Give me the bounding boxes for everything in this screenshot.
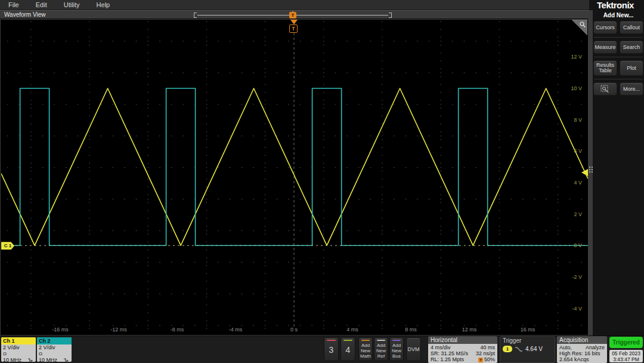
channel-4-color-bar — [343, 340, 352, 341]
trigger-level-value: 4.64 V — [525, 346, 543, 352]
overview-trigger-marker[interactable]: T — [289, 12, 296, 19]
time-axis-label: 8 ms — [405, 327, 417, 333]
add-new-ref-button[interactable]: Add New Ref — [374, 337, 388, 361]
area-zoom-button[interactable] — [593, 82, 617, 96]
waveform-view-title: Waveform View — [4, 11, 45, 18]
status-bar: Ch 1 2 V/div Ω 10 MHz Ch 2 2 V/div Ω 10 … — [0, 336, 644, 363]
falling-edge-icon — [515, 346, 523, 352]
bandwidth-limit-icon — [28, 358, 33, 362]
time-axis-label: -12 ms — [110, 327, 127, 333]
time-axis-label: 4 ms — [346, 327, 358, 333]
zoom-corner-control[interactable] — [572, 20, 587, 35]
channel-1-badge[interactable]: Ch 1 2 V/div Ω 10 MHz — [1, 337, 36, 362]
time-axis-label: 0 s — [290, 327, 298, 333]
date-value: 05 Feb 2023 — [609, 350, 643, 356]
channel-3-color-bar — [327, 340, 336, 341]
channel-4-label: 4 — [341, 345, 355, 355]
horizontal-scale: 4 ms/div — [431, 344, 451, 350]
trigger-source-chip: 1 — [503, 346, 512, 352]
volt-axis-label: 6 V — [574, 148, 582, 154]
add-new-math-button[interactable]: Add New Math — [358, 337, 373, 361]
volt-axis-label: -2 V — [572, 274, 582, 280]
channel-2-badge[interactable]: Ch 2 2 V/div Ω 10 MHz — [37, 337, 72, 362]
acquisition-title: Acquisition — [557, 336, 607, 344]
volt-axis-label: 2 V — [574, 211, 582, 217]
trigger-position-handle[interactable]: T — [289, 24, 298, 33]
add-new-bus-button[interactable]: Add New Bus — [389, 337, 404, 361]
callout-button[interactable]: Callout — [620, 21, 643, 34]
area-zoom-icon — [600, 85, 610, 93]
panel-separator — [594, 57, 643, 57]
add-ref-label: Add New Ref — [374, 343, 388, 359]
time-axis-label: 12 ms — [462, 327, 477, 333]
time-axis-label: 16 ms — [521, 327, 535, 333]
volt-axis-label: 12 V — [571, 54, 582, 60]
waveform-plot-area[interactable]: 12 V10 V8 V6 V4 V2 V0 V-2 V-4 V-16 ms-12… — [0, 19, 589, 336]
time-axis-label: -4 ms — [229, 327, 243, 333]
sample-resolution: 32 ns/pt — [476, 350, 495, 356]
ref-color-bar — [377, 340, 385, 341]
trigger-title: Trigger — [500, 337, 555, 344]
trigger-position: T50% — [478, 356, 495, 362]
time-value: 3:43:47 PM — [609, 356, 643, 362]
trigger-status-indicator[interactable]: Triggered — [609, 337, 643, 348]
trigger-level-arrow[interactable] — [581, 169, 588, 176]
magnifier-icon — [579, 21, 586, 28]
acquisition-detail: High Res: 16 bits — [559, 350, 600, 356]
oscilloscope-app: File Edit Utility Help Tektronix Wavefor… — [0, 0, 644, 363]
more-button[interactable]: More... — [620, 82, 643, 96]
panel-separator — [594, 79, 643, 79]
acquisition-mode: Auto, — [559, 344, 572, 350]
panel-separator — [594, 37, 643, 38]
channel-1-name: Ch 1 — [1, 337, 36, 344]
volt-axis-label: 10 V — [571, 85, 582, 91]
plot-button[interactable]: Plot — [620, 60, 643, 76]
channel-2-bandwidth: 10 MHz — [39, 357, 57, 362]
horizontal-overview-slider[interactable]: T — [194, 13, 392, 18]
time-axis-label: -16 ms — [52, 327, 69, 333]
dvm-button[interactable]: DVM — [406, 337, 421, 361]
volt-axis-label: 4 V — [574, 180, 582, 186]
cursors-button[interactable]: Cursors — [593, 21, 617, 34]
channel-3-button[interactable]: 3 — [324, 337, 339, 361]
volt-axis-label: -4 V — [572, 306, 582, 312]
math-color-bar — [361, 340, 370, 341]
menu-edit[interactable]: Edit — [27, 1, 55, 8]
measure-button[interactable]: Measure — [593, 41, 617, 54]
trigger-badge[interactable]: Trigger 1 4.64 V — [500, 336, 555, 363]
trace-ch-1 — [1, 88, 588, 245]
channel-1-bandwidth: 10 MHz — [3, 357, 21, 362]
coupling-impedance-icon: Ω — [39, 351, 42, 356]
overview-right-bracket[interactable] — [389, 13, 392, 18]
waveform-traces — [1, 20, 588, 335]
horizontal-title: Horizontal — [428, 336, 497, 344]
add-new-panel: Add New... Cursors Callout Measure Searc… — [593, 10, 644, 336]
coupling-impedance-icon: Ω — [3, 351, 7, 356]
channel-3-label: 3 — [324, 345, 338, 355]
bandwidth-limit-icon — [64, 358, 69, 362]
menu-file[interactable]: File — [0, 1, 27, 8]
sample-rate: SR: 31.25 MS/s — [431, 350, 468, 356]
tektronix-logo: Tektronix — [589, 0, 642, 10]
acquisition-badge[interactable]: Acquisition Auto, Analyze High Res: 16 b… — [557, 336, 607, 363]
horizontal-badge[interactable]: Horizontal 4 ms/div 40 ms SR: 31.25 MS/s… — [428, 336, 497, 363]
trace-ch-2 — [1, 88, 588, 245]
acquisition-count: 2.654 kAcqs — [559, 356, 589, 362]
channel-4-button[interactable]: 4 — [340, 337, 355, 361]
menu-utility[interactable]: Utility — [55, 1, 88, 8]
horizontal-window: 40 ms — [480, 344, 495, 350]
search-button[interactable]: Search — [620, 41, 643, 54]
time-axis-label: -8 ms — [171, 327, 184, 333]
trigger-position-icon: T — [478, 358, 483, 362]
panel-splitter[interactable] — [589, 10, 593, 336]
add-bus-label: Add New Bus — [390, 343, 403, 359]
graticule[interactable]: 12 V10 V8 V6 V4 V2 V0 V-2 V-4 V-16 ms-12… — [1, 20, 588, 335]
menu-help[interactable]: Help — [88, 1, 119, 8]
record-length: RL: 1.25 Mpts — [431, 356, 464, 362]
channel-1-scale: 2 V/div — [1, 344, 36, 350]
results-table-button[interactable]: Results Table — [593, 60, 617, 76]
volt-axis-label: 8 V — [574, 117, 582, 123]
overview-left-bracket[interactable] — [194, 13, 197, 18]
acquisition-analyze: Analyze — [586, 344, 605, 350]
trigger-position-arrow-icon[interactable] — [290, 20, 298, 24]
